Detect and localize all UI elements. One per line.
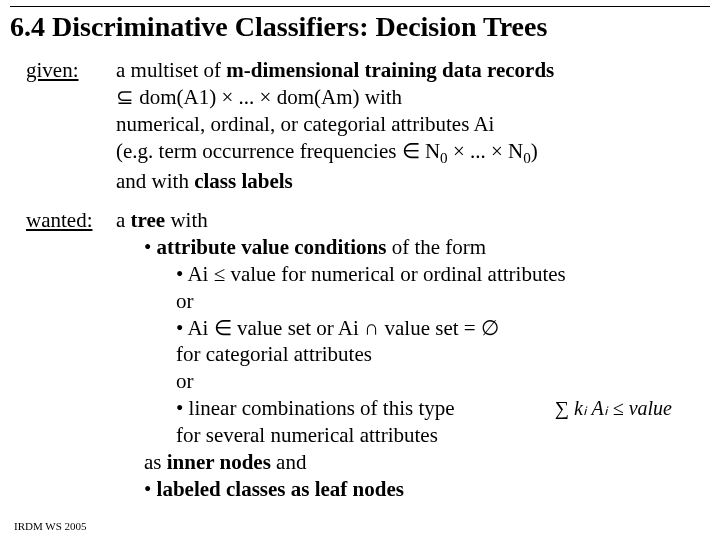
wanted-l1b: tree xyxy=(131,208,166,232)
wanted-l10c: and xyxy=(271,450,307,474)
given-l4a: (e.g. term occurrence frequencies ∈ N xyxy=(116,139,440,163)
footer-text: IRDM WS 2005 xyxy=(14,520,87,532)
wanted-block: wanted: a tree with • attribute value co… xyxy=(10,207,710,503)
wanted-body: a tree with • attribute value conditions… xyxy=(116,207,710,503)
wanted-l2c: of the form xyxy=(386,235,486,259)
given-l4e: ) xyxy=(531,139,538,163)
wanted-l2b: attribute value conditions xyxy=(157,235,387,259)
given-label: given: xyxy=(10,57,116,84)
given-l4b: 0 xyxy=(440,150,448,166)
wanted-l2a: • xyxy=(144,235,157,259)
wanted-l1c: with xyxy=(165,208,208,232)
given-l3: numerical, ordinal, or categorial attrib… xyxy=(116,111,710,138)
wanted-l10b: inner nodes xyxy=(167,450,271,474)
formula-sum: ∑ kᵢ Aᵢ ≤ value xyxy=(555,396,710,422)
wanted-l7: or xyxy=(116,368,710,395)
given-l4d: 0 xyxy=(523,150,531,166)
wanted-l8: • linear combinations of this type xyxy=(176,395,455,422)
wanted-l6: for categorial attributes xyxy=(116,341,710,368)
wanted-l11a: • xyxy=(144,477,157,501)
given-body: a multiset of m-dimensional training dat… xyxy=(116,57,710,195)
page-title: 6.4 Discriminative Classifiers: Decision… xyxy=(10,6,710,43)
given-l1a: a multiset of xyxy=(116,58,226,82)
wanted-l3: • Ai ≤ value for numerical or ordinal at… xyxy=(116,261,710,288)
given-l1b: m-dimensional training data records xyxy=(226,58,554,82)
wanted-l1a: a xyxy=(116,208,131,232)
wanted-l5: • Ai ∈ value set or Ai ∩ value set = ∅ xyxy=(116,315,710,342)
wanted-l9: for several numerical attributes xyxy=(116,422,710,449)
given-l5b: class labels xyxy=(194,169,293,193)
given-l4c: × ... × N xyxy=(448,139,524,163)
given-l5a: and with xyxy=(116,169,194,193)
wanted-l4: or xyxy=(116,288,710,315)
wanted-l11b: labeled classes as leaf nodes xyxy=(157,477,404,501)
wanted-label: wanted: xyxy=(10,207,116,234)
wanted-l10a: as xyxy=(144,450,167,474)
given-l2: ⊆ dom(A1) × ... × dom(Am) with xyxy=(116,84,710,111)
given-block: given: a multiset of m-dimensional train… xyxy=(10,57,710,195)
